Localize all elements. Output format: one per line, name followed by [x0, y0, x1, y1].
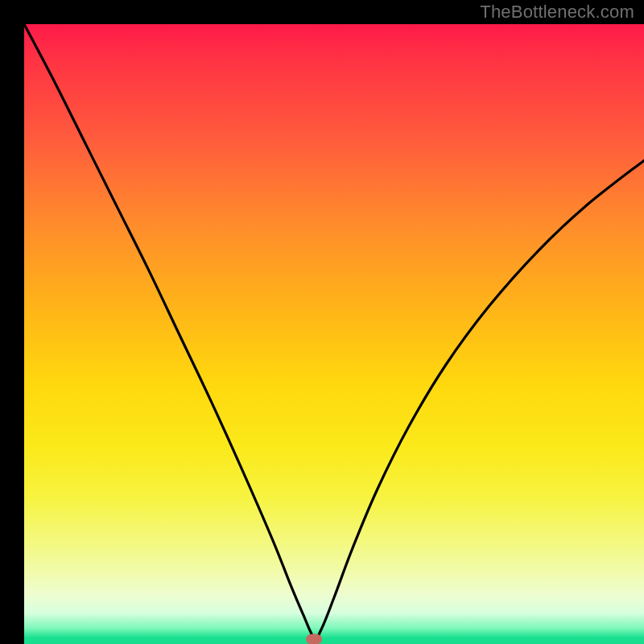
bottleneck-curve: [24, 24, 644, 644]
optimal-point-marker: [306, 634, 322, 644]
plot-area: [24, 24, 644, 644]
watermark-text: TheBottleneck.com: [480, 2, 634, 23]
chart-frame: TheBottleneck.com: [0, 0, 644, 644]
